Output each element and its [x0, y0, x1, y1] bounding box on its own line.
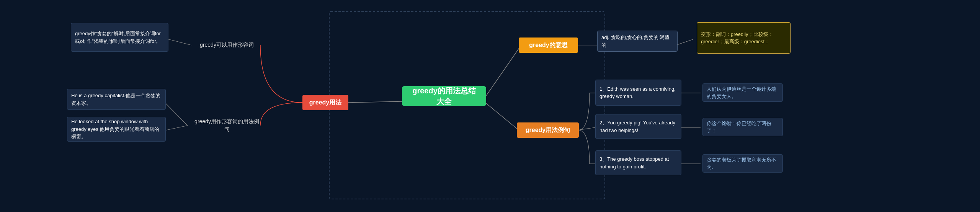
example3-en-text: 3、The greedy boss stopped at nothing to … — [599, 155, 677, 170]
box1: greedy作"贪婪的"解时,后面常接介词for或of; 作"渴望的"解时后面常… — [71, 23, 168, 52]
example2-en: 2、You greedy pig! You've already had two… — [595, 114, 681, 139]
branch2-node: greedy用作形容词的用法例句 — [188, 119, 266, 132]
svg-line-0 — [348, 101, 402, 103]
example3-zh: 贪婪的老板为了攫取利润无所不为. — [702, 154, 783, 173]
svg-line-5 — [486, 46, 521, 96]
box2-text: He is a greedy capitalist.他是一个贪婪的资本家。 — [71, 92, 162, 107]
right-bottom-label: greedy用法例句 — [526, 126, 570, 134]
right-top-node: greedy的意思 — [519, 38, 578, 53]
svg-line-9 — [578, 127, 595, 130]
svg-line-3 — [163, 100, 188, 126]
box3: He looked at the shop window with greedy… — [67, 117, 166, 142]
branch2-label: greedy用作形容词的用法例句 — [192, 118, 261, 133]
box2: He is a greedy capitalist.他是一个贪婪的资本家。 — [67, 89, 166, 110]
branch1-label: greedy可以用作形容词 — [200, 41, 254, 49]
example1-en: 1、Edith was seen as a conniving, greedy … — [595, 80, 681, 106]
example1-en-text: 1、Edith was seen as a conniving, greedy … — [599, 85, 677, 100]
level1-left-node: greedy用法 — [302, 95, 348, 110]
variation-text: 变形：副词：greedily；比较级：greedier；最高级：greedies… — [701, 31, 786, 46]
example1-zh-text: 人们认为伊迪丝是一个诡计多端的贪婪女人。 — [707, 85, 779, 100]
center-node: greedy的用法总结大全 — [402, 86, 486, 106]
variation-box: 变形：副词：greedily；比较级：greedier；最高级：greedies… — [697, 22, 791, 54]
svg-line-6 — [486, 103, 519, 130]
right-top-label: greedy的意思 — [529, 41, 567, 49]
center-label: greedy的用法总结大全 — [409, 85, 479, 107]
example2-zh: 你这个馋嘴！你已经吃了两份了！ — [702, 118, 783, 136]
svg-line-4 — [163, 126, 188, 131]
box1-text: greedy作"贪婪的"解时,后面常接介词for或of; 作"渴望的"解时后面常… — [75, 30, 164, 45]
mind-map: greedy的用法总结大全 greedy用法 greedy可以用作形容词 gre… — [0, 0, 980, 212]
level1-left-label: greedy用法 — [309, 98, 341, 107]
example1-zh: 人们认为伊迪丝是一个诡计多端的贪婪女人。 — [702, 83, 783, 102]
example2-zh-text: 你这个馋嘴！你已经吃了两份了！ — [707, 120, 779, 135]
meaning-text: adj. 贪吃的,贪心的,贪婪的,渴望的 — [601, 34, 673, 49]
example3-zh-text: 贪婪的老板为了攫取利润无所不为. — [707, 156, 779, 171]
branch1-node: greedy可以用作形容词 — [191, 38, 262, 52]
right-bottom-node: greedy用法例句 — [517, 122, 579, 138]
example3-en: 3、The greedy boss stopped at nothing to … — [595, 150, 681, 175]
meaning-box: adj. 贪吃的,贪心的,贪婪的,渴望的 — [597, 31, 678, 52]
svg-line-2 — [165, 38, 191, 45]
box3-text: He looked at the shop window with greedy… — [71, 118, 162, 140]
example2-en-text: 2、You greedy pig! You've already had two… — [599, 119, 677, 134]
